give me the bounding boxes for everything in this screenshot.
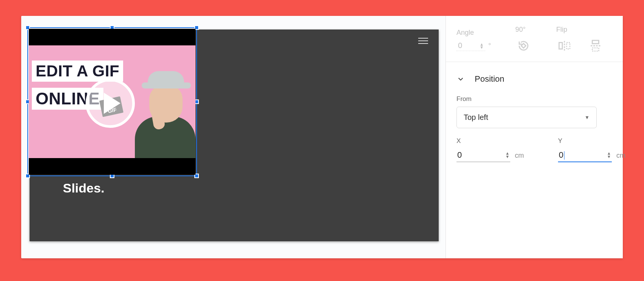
degree-symbol: ° <box>488 42 491 50</box>
position-title: Position <box>475 74 504 84</box>
svg-rect-3 <box>592 40 599 44</box>
format-panel: Angle 0 ▲▼ ° 90° <box>445 16 623 258</box>
video-artwork: EDIT A GIF ONLINE GIF <box>29 45 195 158</box>
y-value: 0 <box>559 150 563 160</box>
svg-rect-4 <box>592 48 599 51</box>
angle-input[interactable]: 0 ▲▼ <box>456 40 485 51</box>
rotation-section: Angle 0 ▲▼ ° 90° <box>446 16 623 62</box>
slide-canvas[interactable]: Slides. EDIT A GIF ONLINE GIF <box>21 16 445 258</box>
x-label: X <box>456 137 524 145</box>
rotate-90-label: 90° <box>515 26 532 34</box>
angle-value: 0 <box>458 41 462 50</box>
flip-vertical-icon[interactable] <box>587 37 604 54</box>
from-label: From <box>456 95 612 103</box>
svg-rect-0 <box>521 43 526 48</box>
rotate-90-group: 90° <box>515 26 532 54</box>
person-illustration <box>130 67 195 158</box>
dropdown-caret-icon: ▼ <box>585 115 589 120</box>
y-group: Y 0 ▲▼ cm <box>558 136 625 162</box>
from-dropdown[interactable]: Top left ▼ <box>456 107 597 128</box>
y-input[interactable]: 0 ▲▼ <box>558 149 612 162</box>
hamburger-icon[interactable] <box>418 38 428 44</box>
video-thumbnail[interactable]: EDIT A GIF ONLINE GIF <box>29 29 195 175</box>
y-unit: cm <box>616 152 625 160</box>
position-section-header[interactable]: Position <box>446 62 623 94</box>
y-stepper-icon[interactable]: ▲▼ <box>607 152 611 158</box>
x-stepper-icon[interactable]: ▲▼ <box>505 152 510 158</box>
text-cursor <box>564 151 564 160</box>
flip-group: Flip <box>556 26 604 54</box>
x-input[interactable]: 0 ▲▼ <box>456 149 510 162</box>
play-icon[interactable] <box>86 79 135 128</box>
chevron-down-icon <box>456 75 465 83</box>
flip-label: Flip <box>556 26 604 34</box>
slide-caption[interactable]: Slides. <box>63 181 105 196</box>
x-value: 0 <box>457 150 462 160</box>
x-group: X 0 ▲▼ cm <box>456 136 524 162</box>
slide[interactable]: Slides. EDIT A GIF ONLINE GIF <box>30 29 439 241</box>
angle-group: Angle 0 ▲▼ ° <box>456 29 491 51</box>
y-label: Y <box>558 137 625 145</box>
angle-label: Angle <box>456 29 491 37</box>
x-unit: cm <box>515 152 524 160</box>
rotate-90-icon[interactable] <box>515 37 532 54</box>
angle-stepper-icon[interactable]: ▲▼ <box>480 43 484 49</box>
svg-rect-1 <box>559 43 563 49</box>
flip-horizontal-icon[interactable] <box>556 37 573 54</box>
selected-video-element[interactable]: EDIT A GIF ONLINE GIF <box>27 27 197 176</box>
from-dropdown-value: Top left <box>464 113 488 122</box>
svg-rect-2 <box>567 43 570 49</box>
app-shell: Slides. EDIT A GIF ONLINE GIF <box>21 16 623 258</box>
coord-row: X 0 ▲▼ cm Y 0 ▲▼ cm <box>446 136 623 162</box>
